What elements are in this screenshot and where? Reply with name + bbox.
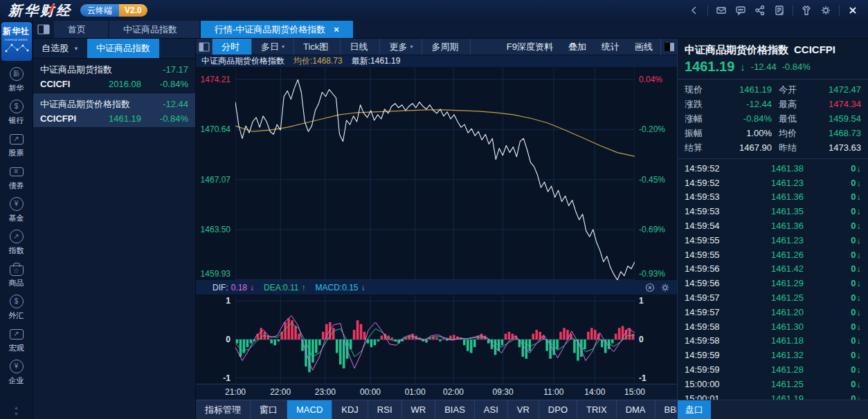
sidebar-nav-item[interactable]: $ 银行 bbox=[9, 100, 24, 126]
toolbar-link[interactable]: 画线 bbox=[627, 41, 660, 53]
macd-histogram-bar bbox=[360, 324, 363, 339]
indicator-tab[interactable]: TRIX bbox=[577, 400, 617, 419]
quote-instrument-code: CCICFPI bbox=[794, 44, 835, 57]
toolbar-link[interactable]: 统计 bbox=[594, 41, 627, 53]
sidebar-item-label: 银行 bbox=[9, 115, 24, 126]
period-tab-label: 多日 bbox=[261, 41, 279, 53]
sidebar-nav-item[interactable]: ↗ 宏观 bbox=[9, 327, 24, 353]
watchlist-tab-active[interactable]: 中证商品指数 bbox=[87, 39, 159, 58]
sidebar-nav-item[interactable]: ☆ 商品 bbox=[9, 262, 24, 288]
instrument-pct: -0.84% bbox=[151, 77, 188, 91]
macd-histogram-bar bbox=[532, 334, 534, 339]
sidebar-nav-item[interactable]: ↗ 股票 bbox=[9, 132, 24, 158]
tick-volume: 0 bbox=[851, 364, 856, 375]
sidebar-nav-item[interactable]: ↗ 指数 bbox=[9, 230, 24, 256]
toolbar-link[interactable]: F9深度资料 bbox=[499, 41, 561, 53]
tick-volume: 0 bbox=[851, 292, 856, 303]
sidebar-nav-item[interactable]: ≡ 债券 bbox=[9, 165, 24, 191]
gear-icon[interactable] bbox=[816, 0, 835, 21]
tick-price: 1461.36 bbox=[739, 192, 836, 202]
indicator-tab[interactable]: KDJ bbox=[332, 400, 368, 419]
chevron-left-icon[interactable] bbox=[685, 0, 704, 21]
macd-indicator-header: DIF:0.18↓ DEA:0.11↑ MACD:0.15↓ bbox=[196, 280, 677, 295]
time-axis-label: 02:00 bbox=[443, 387, 464, 397]
scroll-down-icon[interactable]: ▼ bbox=[14, 411, 19, 416]
theme-skin-icon[interactable] bbox=[797, 0, 816, 21]
percent-axis-label: -0.20% bbox=[639, 124, 665, 134]
close-indicator-icon[interactable] bbox=[645, 283, 655, 292]
indicator-tab[interactable]: MACD bbox=[287, 400, 332, 419]
close-icon[interactable] bbox=[843, 0, 862, 21]
sidebar-nav-item[interactable]: ¥ 企业 bbox=[9, 360, 24, 386]
document-tab[interactable]: 中证商品指数 bbox=[109, 21, 199, 38]
document-tab[interactable]: 首页 bbox=[54, 21, 108, 38]
indicator-tab[interactable]: DPO bbox=[539, 400, 577, 419]
macd-indicator-chart[interactable]: 10-1 10-1 bbox=[196, 295, 677, 384]
watchlist-group-dropdown[interactable]: 自选股 ▼ bbox=[33, 39, 87, 58]
intraday-price-chart[interactable]: 1474.211470.641467.071463.501459.93 0.04… bbox=[196, 68, 677, 280]
stat-value: 1459.54 bbox=[809, 113, 861, 124]
tick-volume: 0 bbox=[851, 307, 856, 317]
sidebar-item-icon: $ bbox=[10, 100, 24, 113]
sidebar-nav-item[interactable]: 新 新华 bbox=[9, 67, 24, 93]
collapse-left-panel-icon[interactable] bbox=[196, 39, 213, 55]
order-book-tab[interactable]: 盘口 bbox=[678, 400, 711, 419]
tab-close-icon[interactable]: × bbox=[334, 24, 339, 35]
stat-label: 最高 bbox=[779, 98, 809, 111]
scroll-up-icon[interactable]: ▲ bbox=[14, 405, 19, 410]
period-tab[interactable]: 分时 bbox=[213, 39, 252, 55]
share-icon[interactable] bbox=[750, 0, 770, 21]
indicator-tab[interactable]: VR bbox=[508, 400, 539, 419]
watchlist-row[interactable]: 中证商品期货价格指数 -12.44 CCICFPI 1461.19 -0.84% bbox=[33, 93, 195, 128]
document-tab[interactable]: 行情-中证商品期货价格指数 × bbox=[201, 21, 353, 38]
indicator-tab[interactable]: DMA bbox=[617, 400, 655, 419]
indicator-settings-gear-icon[interactable] bbox=[660, 283, 670, 292]
indicator-tab[interactable]: 指标管理 bbox=[196, 400, 251, 419]
note-edit-icon[interactable] bbox=[770, 0, 789, 21]
tick-time: 15:00:01 bbox=[685, 393, 739, 400]
divider bbox=[839, 5, 840, 16]
toolbar-link[interactable]: 叠加 bbox=[561, 41, 594, 53]
time-axis-label: 00:00 bbox=[360, 387, 381, 397]
tick-trade-list[interactable]: 14:59:52 1461.38 0 ↓ 14:59:52 1461.23 0 … bbox=[678, 159, 868, 400]
tick-time: 14:59:59 bbox=[685, 364, 739, 375]
tick-down-arrow-icon: ↓ bbox=[857, 206, 862, 216]
chevron-down-icon: ▾ bbox=[282, 44, 284, 50]
macd-chart-svg bbox=[235, 295, 635, 384]
macd-histogram-bar bbox=[270, 339, 273, 344]
chat-icon[interactable] bbox=[731, 0, 750, 21]
indicator-tab[interactable]: BIAS bbox=[435, 400, 475, 419]
macd-histogram-bar bbox=[611, 339, 614, 344]
tick-price: 1461.30 bbox=[739, 322, 836, 332]
tick-down-arrow-icon: ↓ bbox=[857, 393, 862, 400]
expand-right-panel-icon[interactable] bbox=[660, 39, 677, 55]
sidebar-nav-item[interactable]: ¥ 基金 bbox=[9, 197, 24, 223]
stat-value: 1461.19 bbox=[711, 84, 772, 95]
tick-price: 1461.36 bbox=[739, 221, 836, 231]
tick-volume: 0 bbox=[851, 163, 856, 174]
indicator-tab[interactable]: 窗口 bbox=[251, 400, 287, 419]
period-tab[interactable]: 多周期 bbox=[422, 39, 471, 55]
period-tab[interactable]: 更多 ▾ bbox=[380, 39, 422, 55]
period-tab[interactable]: 多日 ▾ bbox=[252, 39, 294, 55]
watchlist-row[interactable]: 中证商品期货指数 -17.17 CCICFI 2016.08 -0.84% bbox=[33, 59, 195, 93]
sidebar-nav-item[interactable]: $ 外汇 bbox=[9, 295, 24, 321]
tick-volume: 0 bbox=[851, 250, 856, 260]
tick-volume: 0 bbox=[851, 263, 856, 274]
macd-histogram-bar bbox=[353, 330, 356, 339]
split-window-icon[interactable] bbox=[33, 21, 54, 38]
indicator-tab[interactable]: WR bbox=[402, 400, 436, 419]
macd-histogram-bar bbox=[381, 335, 383, 339]
toolbar-right-links: F9深度资料 叠加 统计 画线 bbox=[499, 39, 660, 55]
period-tab[interactable]: 日线 bbox=[341, 39, 380, 55]
stat-value: -0.84% bbox=[711, 113, 772, 124]
period-tab[interactable]: Tick图 bbox=[294, 39, 341, 55]
indicator-tab-label: DMA bbox=[626, 404, 646, 415]
indicator-tab[interactable]: RSI bbox=[368, 400, 402, 419]
chart-legend: 中证商品期货价格指数 均价:1468.73 最新:1461.19 bbox=[196, 55, 677, 68]
mail-icon[interactable] bbox=[712, 0, 731, 21]
tick-price: 1461.18 bbox=[739, 335, 836, 346]
sidebar-item-label: 指数 bbox=[9, 245, 24, 256]
price-chart-svg bbox=[235, 68, 635, 280]
indicator-tab[interactable]: ASI bbox=[475, 400, 508, 419]
